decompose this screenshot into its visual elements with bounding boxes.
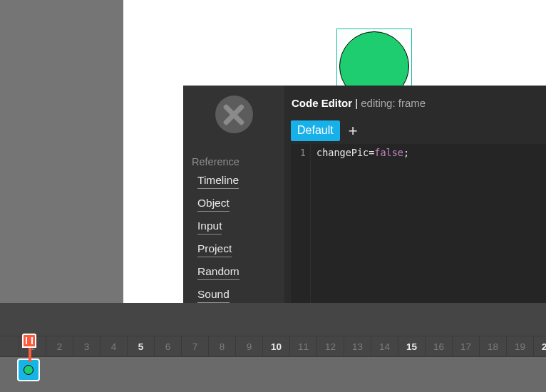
ruler-tick[interactable]: 19 [506, 336, 533, 356]
reference-item-random[interactable]: Random [197, 265, 239, 280]
ruler-tick[interactable]: 8 [208, 336, 235, 356]
code-token-ident: changePic [316, 147, 369, 158]
ruler-tick[interactable]: 20 [533, 336, 546, 356]
reference-item-sound[interactable]: Sound [197, 288, 230, 303]
playhead-stem [29, 348, 31, 362]
playhead-flag-icon [22, 334, 36, 348]
ruler-tick[interactable]: 3 [73, 336, 100, 356]
ruler-tick[interactable]: 11 [289, 336, 316, 356]
ruler-tick[interactable]: 10 [262, 336, 289, 356]
reference-item-timeline[interactable]: Timeline [197, 174, 239, 189]
ruler-tick[interactable]: 5 [127, 336, 154, 356]
ruler-tick[interactable]: 18 [479, 336, 506, 356]
ruler-tick[interactable]: 4 [100, 336, 127, 356]
script-tab-bar: Default + [291, 120, 361, 141]
ruler-tick[interactable]: 9 [235, 336, 262, 356]
code-editor-title-sep: | [352, 97, 361, 109]
reference-item-input[interactable]: Input [197, 220, 222, 234]
ruler-tick[interactable]: 17 [452, 336, 479, 356]
code-editor-title: Code Editor | editing: frame [292, 97, 426, 109]
reference-item-object[interactable]: Object [197, 197, 230, 212]
ruler-tick[interactable]: 13 [344, 336, 371, 356]
line-number: 1 [291, 147, 306, 158]
reference-header: Reference [192, 156, 284, 167]
timeline-ruler[interactable]: 1234567891011121314151617181920 [0, 336, 546, 357]
ruler-tick[interactable]: 14 [371, 336, 398, 356]
ruler-tick[interactable]: 12 [316, 336, 344, 356]
code-editor-main: Code Editor | editing: frame Default + 1… [284, 86, 546, 334]
add-script-tab-button[interactable]: + [346, 123, 361, 139]
frame-thumbnail-circle-icon [24, 365, 34, 375]
ruler-tick[interactable]: 6 [154, 336, 181, 356]
code-token-bool: false [374, 147, 403, 158]
timeline-playhead[interactable] [22, 334, 38, 362]
code-token-punc: ; [403, 147, 409, 158]
reference-item-project[interactable]: Project [197, 242, 232, 257]
code-editor-title-mode: editing: frame [361, 97, 426, 109]
timeline: 1234567891011121314151617181920 [0, 303, 546, 392]
code-editor-title-prefix: Code Editor [292, 97, 352, 109]
code-editor-panel: Reference Timeline Object Input Project … [183, 86, 546, 334]
close-icon[interactable] [215, 96, 253, 133]
stage-offcanvas-left [0, 0, 123, 303]
ruler-tick[interactable]: 15 [398, 336, 425, 356]
code-editor-sidebar: Reference Timeline Object Input Project … [183, 86, 284, 334]
ruler-tick[interactable]: 7 [181, 336, 208, 356]
ruler-tick[interactable]: 2 [46, 336, 73, 356]
timeline-track[interactable] [0, 357, 546, 392]
script-tab-default[interactable]: Default [291, 120, 340, 141]
ruler-tick[interactable]: 16 [425, 336, 452, 356]
